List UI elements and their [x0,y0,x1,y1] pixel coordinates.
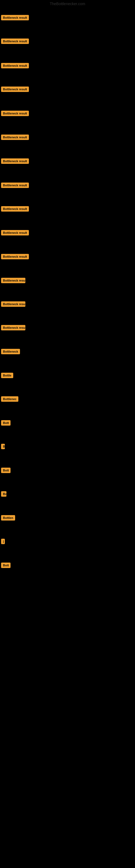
bottleneck-badge-16: Bottle [1,373,13,378]
bottleneck-badge-6: Bottleneck result [1,134,29,140]
bottleneck-badge-8: Bottleneck result [1,183,29,188]
bottleneck-badge-14: Bottleneck resu [1,325,26,330]
bottleneck-badge-5: Bottleneck result [1,111,29,116]
bottleneck-badge-13: Bottleneck resu [1,301,26,307]
bottleneck-badge-15: Bottleneck [1,349,20,354]
bottleneck-badge-2: Bottleneck result [1,38,29,44]
bottleneck-badge-19: B [1,444,5,449]
bottleneck-badge-11: Bottleneck result [1,254,29,259]
bottleneck-badge-10: Bottleneck result [1,230,29,236]
bottleneck-badge-7: Bottleneck result [1,158,29,164]
bottleneck-badge-20: Bott [1,468,10,473]
bottleneck-badge-17: Bottlenec [1,396,18,402]
bottleneck-badge-1: Bottleneck result [1,15,29,20]
site-title: TheBottlenecker.com [0,0,135,8]
bottleneck-badge-4: Bottleneck result [1,87,29,92]
bottleneck-badge-12: Bottleneck resu [1,278,26,283]
bottleneck-badge-9: Bottleneck result [1,206,29,212]
bottleneck-badge-24: Bott [1,563,10,568]
bottleneck-badge-3: Bottleneck result [1,63,29,68]
bottleneck-badge-18: Bott [1,420,10,426]
bottleneck-badge-23: | [1,539,5,544]
bottleneck-badge-22: Bottlen [1,515,15,521]
bottleneck-badge-21: Bo [1,491,6,497]
